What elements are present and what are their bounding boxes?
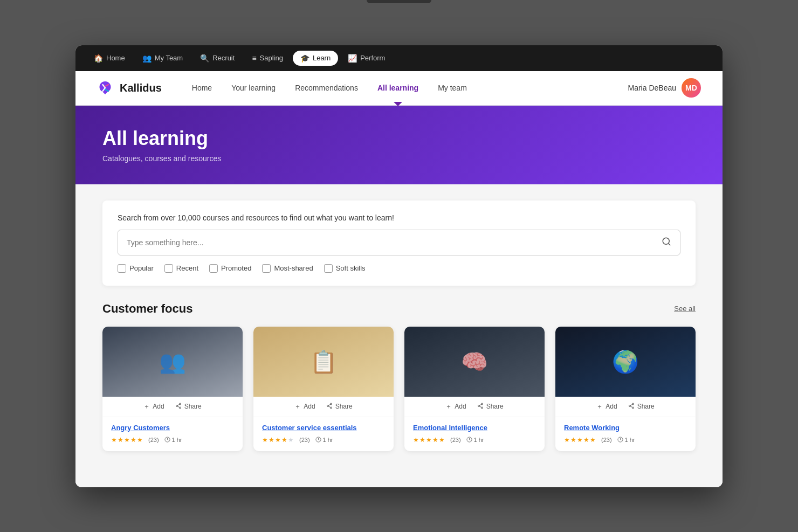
card-title-customer-service-essentials[interactable]: Customer service essentials xyxy=(262,424,385,432)
card-image-customer-service-essentials xyxy=(253,327,394,397)
filter-most-shared[interactable]: Most-shared xyxy=(262,264,313,273)
app-nav-item-my-team[interactable]: My team xyxy=(429,79,476,96)
share-button-customer-service-essentials[interactable]: Share xyxy=(326,403,353,411)
share-icon xyxy=(326,403,333,411)
stars-emotional-intelligence: ★★★★★ xyxy=(413,436,445,444)
rating-count-customer-service-essentials: (23) xyxy=(299,437,310,443)
card-body-emotional-intelligence: Emotional Intelligence ★★★★★ (23) 1 hr xyxy=(404,417,545,451)
search-label: Search from over 10,000 courses and reso… xyxy=(118,213,680,222)
card-actions-remote-working: ＋ Add Share xyxy=(555,397,696,417)
share-button-angry-customers[interactable]: Share xyxy=(175,403,202,411)
system-nav-label: Recruit xyxy=(212,54,235,62)
add-button-angry-customers[interactable]: ＋ Add xyxy=(143,402,164,411)
app-nav-item-all-learning[interactable]: All learning xyxy=(369,79,427,96)
my-team-icon: 👥 xyxy=(142,54,152,63)
card-body-angry-customers: Angry Customers ★★★★★ (23) 1 hr xyxy=(102,417,243,451)
system-nav-item-sapling[interactable]: ≡ Sapling xyxy=(244,51,291,66)
svg-line-6 xyxy=(177,404,179,405)
app-nav-item-your-learning[interactable]: Your learning xyxy=(223,79,284,96)
card-actions-emotional-intelligence: ＋ Add Share xyxy=(404,397,545,417)
stars-customer-service-essentials: ★★★★★ xyxy=(262,436,294,444)
system-nav-item-perform[interactable]: 📈 Perform xyxy=(340,51,393,66)
section-header: Customer focus See all xyxy=(102,302,696,316)
system-navbar: 🏠 Home👥 My Team🔍 Recruit≡ Sapling🎓 Learn… xyxy=(75,45,723,71)
avatar[interactable]: MD xyxy=(682,78,701,98)
card-emotional-intelligence: ＋ Add Share Emotional Intelligence ★★★★★… xyxy=(404,327,545,451)
search-input-wrapper xyxy=(118,230,680,255)
share-label: Share xyxy=(184,403,202,410)
share-button-emotional-intelligence[interactable]: Share xyxy=(477,403,504,411)
duration-angry-customers: 1 hr xyxy=(164,437,182,443)
filter-popular[interactable]: Popular xyxy=(118,264,154,273)
filter-label-soft-skills: Soft skills xyxy=(336,264,366,272)
add-button-remote-working[interactable]: ＋ Add xyxy=(596,402,617,411)
add-button-emotional-intelligence[interactable]: ＋ Add xyxy=(445,402,466,411)
card-actions-angry-customers: ＋ Add Share xyxy=(102,397,243,417)
app-nav-item-home[interactable]: Home xyxy=(183,79,221,96)
svg-line-12 xyxy=(328,404,330,405)
perform-icon: 📈 xyxy=(348,54,357,63)
filter-checkbox-recent[interactable] xyxy=(164,264,173,273)
app-nav: HomeYour learningRecommendationsAll lear… xyxy=(183,79,628,96)
system-nav-item-recruit[interactable]: 🔍 Recruit xyxy=(192,51,242,66)
card-title-remote-working[interactable]: Remote Working xyxy=(564,424,687,432)
search-container: Search from over 10,000 courses and reso… xyxy=(102,201,696,286)
filter-checkbox-popular[interactable] xyxy=(118,264,126,273)
duration-customer-service-essentials: 1 hr xyxy=(315,437,333,443)
card-body-remote-working: Remote Working ★★★★★ (23) 1 hr xyxy=(555,417,696,451)
svg-line-5 xyxy=(177,406,179,407)
logo[interactable]: Kallidus xyxy=(97,80,162,96)
card-meta-customer-service-essentials: ★★★★★ (23) 1 hr xyxy=(262,436,385,444)
filter-checkbox-promoted[interactable] xyxy=(209,264,218,273)
add-label: Add xyxy=(455,403,466,410)
system-nav-label: Learn xyxy=(313,54,331,62)
rating-count-emotional-intelligence: (23) xyxy=(450,437,461,443)
app-nav-item-recommendations[interactable]: Recommendations xyxy=(286,79,367,96)
main-content: Search from over 10,000 courses and reso… xyxy=(75,184,723,487)
svg-line-11 xyxy=(328,406,330,407)
see-all-link[interactable]: See all xyxy=(674,305,696,313)
sapling-icon: ≡ xyxy=(252,54,256,63)
system-nav-item-home[interactable]: 🏠 Home xyxy=(86,51,133,66)
system-nav-label: Home xyxy=(106,54,125,62)
add-button-customer-service-essentials[interactable]: ＋ Add xyxy=(294,402,315,411)
share-label: Share xyxy=(637,403,655,410)
filter-recent[interactable]: Recent xyxy=(164,264,198,273)
filter-soft-skills[interactable]: Soft skills xyxy=(324,264,366,273)
filter-promoted[interactable]: Promoted xyxy=(209,264,251,273)
search-button[interactable] xyxy=(653,230,680,255)
card-image-angry-customers xyxy=(102,327,243,397)
filter-checkbox-most-shared[interactable] xyxy=(262,264,271,273)
system-nav-item-learn[interactable]: 🎓 Learn xyxy=(293,51,338,66)
card-title-angry-customers[interactable]: Angry Customers xyxy=(111,424,234,432)
card-customer-service-essentials: ＋ Add Share Customer service essentials … xyxy=(253,327,394,451)
avatar-initials: MD xyxy=(685,84,697,92)
duration-remote-working: 1 hr xyxy=(617,437,635,443)
hero-title: All learning xyxy=(102,127,696,150)
share-label: Share xyxy=(486,403,504,410)
svg-line-1 xyxy=(668,243,670,245)
cards-grid: ＋ Add Share Angry Customers ★★★★★ (23) xyxy=(102,327,696,451)
card-title-emotional-intelligence[interactable]: Emotional Intelligence xyxy=(413,424,536,432)
plus-icon: ＋ xyxy=(445,402,452,411)
search-input[interactable] xyxy=(118,232,653,253)
filter-label-most-shared: Most-shared xyxy=(274,264,313,272)
stars-angry-customers: ★★★★★ xyxy=(111,436,143,444)
home-icon: 🏠 xyxy=(94,54,103,63)
filter-label-popular: Popular xyxy=(129,264,154,272)
filter-checkbox-soft-skills[interactable] xyxy=(324,264,333,273)
share-button-remote-working[interactable]: Share xyxy=(628,403,655,411)
plus-icon: ＋ xyxy=(294,402,301,411)
system-nav-item-my-team[interactable]: 👥 My Team xyxy=(135,51,191,66)
card-image-remote-working xyxy=(555,327,696,397)
section-title: Customer focus xyxy=(102,302,192,316)
rating-count-angry-customers: (23) xyxy=(148,437,159,443)
card-meta-remote-working: ★★★★★ (23) 1 hr xyxy=(564,436,687,444)
share-label: Share xyxy=(335,403,353,410)
add-label: Add xyxy=(606,403,617,410)
duration-emotional-intelligence: 1 hr xyxy=(466,437,484,443)
card-meta-emotional-intelligence: ★★★★★ (23) 1 hr xyxy=(413,436,536,444)
hero-banner: All learning Catalogues, courses and res… xyxy=(75,106,723,184)
search-filters: Popular Recent Promoted Most-shared Soft… xyxy=(118,264,680,273)
card-body-customer-service-essentials: Customer service essentials ★★★★★ (23) 1… xyxy=(253,417,394,451)
